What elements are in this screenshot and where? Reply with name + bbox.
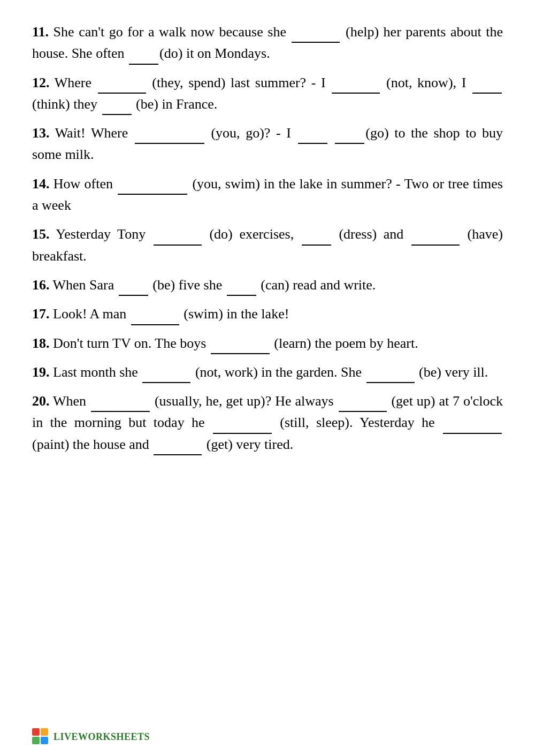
blank-12-2[interactable] <box>332 91 380 94</box>
item-number-14: 14. <box>32 176 50 192</box>
exercise-item-14: 14. How often (you, swim) in the lake in… <box>32 173 503 217</box>
item-number-20: 20. <box>32 393 50 409</box>
item-number-16: 16. <box>32 277 50 293</box>
blank-11-1[interactable] <box>292 41 340 43</box>
exercise-item-12: 12. Where (they, spend) last summer? - I… <box>32 72 503 116</box>
exercise-item-19: 19. Last month she (not, work) in the ga… <box>32 362 503 383</box>
blank-20-4[interactable] <box>443 432 502 434</box>
blank-15-1[interactable] <box>154 243 202 246</box>
item-number-15: 15. <box>32 226 50 242</box>
blank-20-5[interactable] <box>154 453 202 455</box>
item-number-18: 18. <box>32 335 50 351</box>
blank-14-1[interactable] <box>118 193 187 195</box>
blank-18-1[interactable] <box>211 352 270 354</box>
liveworksheets-logo-icon <box>32 728 49 745</box>
item-number-12: 12. <box>32 75 50 90</box>
exercise-item-15: 15. Yesterday Tony (do) exercises, (dres… <box>32 224 503 267</box>
blank-12-1[interactable] <box>98 91 146 94</box>
exercise-list: 11. She can't go for a walk now because … <box>32 21 503 455</box>
logo-bar: LIVEWORKSHEETS <box>32 728 150 745</box>
exercise-item-18: 18. Don't turn TV on. The boys (learn) t… <box>32 333 503 354</box>
exercise-item-20: 20. When (usually, he, get up)? He alway… <box>32 391 503 455</box>
exercise-item-16: 16. When Sara (be) five she (can) read a… <box>32 274 503 296</box>
logo-text: LIVEWORKSHEETS <box>54 731 150 743</box>
blank-11-2[interactable] <box>129 63 158 65</box>
blank-15-2[interactable] <box>302 243 331 246</box>
blank-20-2[interactable] <box>339 410 387 412</box>
blank-20-1[interactable] <box>91 410 150 412</box>
exercise-item-17: 17. Look! A man (swim) in the lake! <box>32 303 503 325</box>
blank-13-1[interactable] <box>135 142 204 144</box>
blank-12-4[interactable] <box>102 113 132 115</box>
blank-16-1[interactable] <box>119 294 148 296</box>
item-number-11: 11. <box>32 24 49 40</box>
blank-13-2[interactable] <box>298 142 327 144</box>
blank-13-3[interactable] <box>335 142 364 144</box>
blank-17-1[interactable] <box>131 323 179 325</box>
blank-12-3[interactable] <box>472 91 502 94</box>
exercise-item-11: 11. She can't go for a walk now because … <box>32 21 503 65</box>
item-number-17: 17. <box>32 306 50 322</box>
blank-20-3[interactable] <box>213 432 272 434</box>
blank-16-2[interactable] <box>227 294 256 296</box>
exercise-item-13: 13. Wait! Where (you, go)? - I (go) to t… <box>32 123 503 166</box>
blank-19-2[interactable] <box>366 381 415 383</box>
item-number-13: 13. <box>32 125 50 141</box>
item-number-19: 19. <box>32 364 50 380</box>
blank-19-1[interactable] <box>142 381 190 383</box>
blank-15-3[interactable] <box>411 243 460 246</box>
